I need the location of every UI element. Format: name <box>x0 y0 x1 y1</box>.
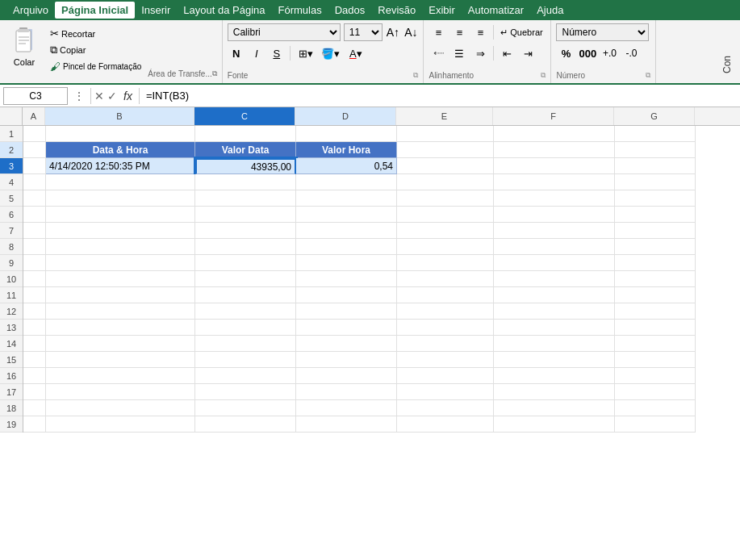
cell[interactable] <box>195 368 296 384</box>
cell[interactable] <box>494 174 615 190</box>
cell[interactable] <box>615 336 696 352</box>
border-button[interactable]: ⊞▾ <box>295 44 317 62</box>
col-header-f[interactable]: F <box>493 107 614 125</box>
cell[interactable] <box>397 239 494 255</box>
cell[interactable] <box>23 400 46 416</box>
cell[interactable] <box>615 303 696 320</box>
indent-increase-button[interactable]: ⇥ <box>518 44 537 62</box>
menu-formulas[interactable]: Fórmulas <box>272 2 328 19</box>
menu-ajuda[interactable]: Ajuda <box>530 2 570 19</box>
cell[interactable] <box>494 255 615 271</box>
font-size-select[interactable]: 11 <box>344 23 383 41</box>
cell[interactable] <box>296 320 397 336</box>
cell-e2[interactable] <box>397 142 494 158</box>
menu-automatizar[interactable]: Automatizar <box>462 2 530 19</box>
align-top-right-button[interactable]: ≡ <box>470 23 490 41</box>
bold-button[interactable]: N <box>228 44 245 62</box>
cell[interactable] <box>23 320 46 336</box>
row-header-2[interactable]: 2 <box>0 142 23 158</box>
cell[interactable] <box>615 352 696 368</box>
cell-b3[interactable]: 4/14/2020 12:50:35 PM <box>46 158 195 174</box>
cell[interactable] <box>23 287 46 303</box>
cell[interactable] <box>195 190 296 207</box>
cell-d1[interactable] <box>296 126 397 142</box>
row-header-17[interactable]: 17 <box>0 384 23 400</box>
cell[interactable] <box>23 368 46 384</box>
cell[interactable] <box>46 336 195 352</box>
cell[interactable] <box>46 174 195 190</box>
cell[interactable] <box>296 384 397 400</box>
cell[interactable] <box>296 287 397 303</box>
row-header-18[interactable]: 18 <box>0 400 23 416</box>
cell[interactable] <box>615 384 696 400</box>
cell[interactable] <box>494 320 615 336</box>
row-header-6[interactable]: 6 <box>0 207 23 223</box>
cell[interactable] <box>296 336 397 352</box>
cell[interactable] <box>397 368 494 384</box>
row-header-16[interactable]: 16 <box>0 368 23 384</box>
copy-button[interactable]: ⧉ Copiar <box>47 43 144 57</box>
row-header-8[interactable]: 8 <box>0 239 23 255</box>
menu-exibir[interactable]: Exibir <box>422 2 462 19</box>
confirm-formula-button[interactable]: ✓ <box>107 90 117 102</box>
cell[interactable] <box>615 368 696 384</box>
align-center-button[interactable]: ☰ <box>449 44 469 62</box>
row-header-13[interactable]: 13 <box>0 320 23 336</box>
row-header-5[interactable]: 5 <box>0 190 23 207</box>
cell[interactable] <box>397 352 494 368</box>
increase-font-button[interactable]: A↑ <box>386 25 400 40</box>
cell-a3[interactable] <box>23 158 46 174</box>
menu-dados[interactable]: Dados <box>328 2 372 19</box>
formula-input[interactable] <box>143 88 737 103</box>
row-header-11[interactable]: 11 <box>0 287 23 303</box>
cell[interactable] <box>494 336 615 352</box>
cell[interactable] <box>46 416 195 433</box>
cell[interactable] <box>397 320 494 336</box>
cell-d3[interactable]: 0,54 <box>296 158 397 174</box>
number-expand-icon[interactable]: ⧉ <box>646 71 650 80</box>
cell[interactable] <box>494 368 615 384</box>
cell-c3[interactable]: 43935,00 <box>195 158 296 174</box>
cell-reference-input[interactable] <box>3 87 68 105</box>
cell[interactable] <box>615 271 696 287</box>
cell[interactable] <box>296 255 397 271</box>
italic-button[interactable]: I <box>248 44 265 62</box>
cell[interactable] <box>397 287 494 303</box>
row-header-7[interactable]: 7 <box>0 223 23 239</box>
cell[interactable] <box>195 255 296 271</box>
cell[interactable] <box>23 223 46 239</box>
menu-pagina-inicial[interactable]: Página Inicial <box>55 2 135 19</box>
col-header-a[interactable]: A <box>23 107 45 125</box>
paste-button[interactable]: Colar <box>5 23 44 80</box>
menu-arquivo[interactable]: Arquivo <box>6 2 55 19</box>
cell[interactable] <box>296 352 397 368</box>
percent-button[interactable]: % <box>556 44 575 62</box>
cell[interactable] <box>23 416 46 433</box>
font-name-select[interactable]: Calibri <box>228 23 341 41</box>
align-left-button[interactable]: ⬸ <box>429 44 448 62</box>
cell[interactable] <box>615 239 696 255</box>
font-color-button[interactable]: A▾ <box>345 44 367 62</box>
cell[interactable] <box>615 320 696 336</box>
cell[interactable] <box>615 416 696 433</box>
wrap-text-button[interactable]: ↵ Quebrar <box>497 23 546 41</box>
cell[interactable] <box>397 400 494 416</box>
cell-d2[interactable]: Valor Hora <box>296 142 397 158</box>
align-top-center-button[interactable]: ≡ <box>449 23 469 41</box>
cell[interactable] <box>46 271 195 287</box>
cell[interactable] <box>494 400 615 416</box>
cell-a1[interactable] <box>23 126 46 142</box>
cell[interactable] <box>615 223 696 239</box>
col-header-d[interactable]: D <box>295 107 396 125</box>
cell[interactable] <box>46 320 195 336</box>
cell[interactable] <box>296 190 397 207</box>
cell[interactable] <box>195 352 296 368</box>
align-top-left-button[interactable]: ≡ <box>429 23 448 41</box>
row-header-15[interactable]: 15 <box>0 352 23 368</box>
cell[interactable] <box>195 223 296 239</box>
cell[interactable] <box>296 271 397 287</box>
cell[interactable] <box>296 223 397 239</box>
cell-c2[interactable]: Valor Data <box>195 142 296 158</box>
cell[interactable] <box>296 416 397 433</box>
col-header-b[interactable]: B <box>45 107 194 125</box>
